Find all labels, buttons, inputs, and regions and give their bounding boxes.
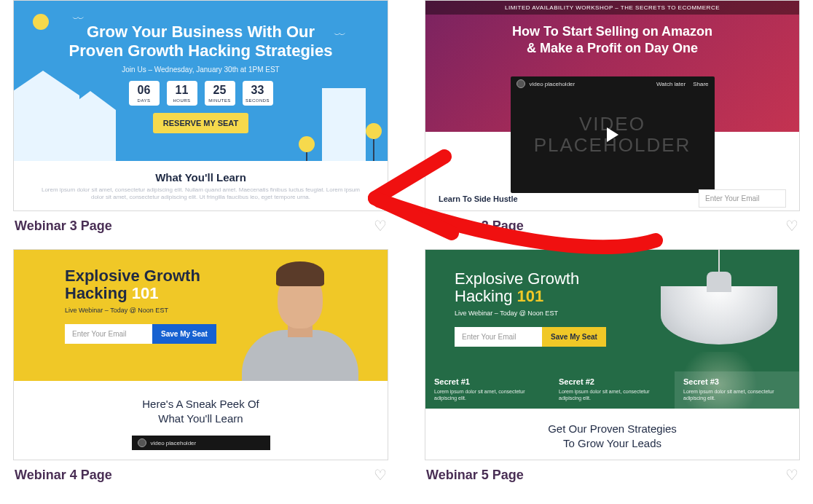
sun-icon — [33, 14, 49, 30]
countdown-segment: 33 SECONDS — [243, 81, 273, 106]
secret-item: Secret #1 Lorem ipsum dolor sit amet, co… — [425, 371, 550, 409]
card-title: Webinar 3 Page — [15, 218, 112, 234]
watch-later-icon[interactable]: Watch later — [656, 81, 686, 87]
play-icon[interactable] — [607, 127, 618, 142]
person-photo — [242, 257, 358, 381]
avatar-icon — [138, 438, 146, 447]
section-heading: Get Our Proven Strategies To Grow Your L… — [425, 422, 799, 450]
section-heading: Here's A Sneak Peek Of What You'll Learn — [14, 397, 388, 425]
template-card-webinar-5: Explosive Growth Hacking 101 Live Webina… — [425, 249, 800, 487]
save-seat-button[interactable]: Save My Seat — [542, 327, 606, 347]
favorite-icon[interactable]: ♡ — [374, 466, 387, 484]
secret-item: Secret #2 Lorem ipsum dolor sit amet, co… — [550, 371, 675, 409]
share-icon[interactable]: Share — [693, 81, 708, 87]
hero-headline: How To Start Selling on Amazon & Make a … — [425, 23, 799, 56]
favorite-icon[interactable]: ♡ — [785, 217, 798, 235]
bird-icon: ︶︶ — [72, 14, 82, 24]
building-icon — [65, 110, 116, 161]
video-placeholder[interactable]: video placeholder Watch later Share VIDE… — [511, 76, 715, 193]
template-thumb[interactable]: LIMITED AVAILABILITY WORKSHOP – THE SECR… — [425, 0, 800, 211]
avatar-icon — [517, 79, 525, 88]
tree-icon — [366, 123, 382, 139]
lamp-icon — [661, 250, 777, 344]
bird-icon: ︶︶ — [334, 30, 344, 40]
email-field[interactable]: Enter Your Email — [699, 189, 786, 208]
countdown-segment: 25 MINUTES — [205, 81, 235, 106]
countdown-segment: 11 HOURS — [167, 81, 197, 106]
favorite-icon[interactable]: ♡ — [785, 466, 798, 484]
section-text: Lorem ipsum dolor sit amet, consectetur … — [14, 186, 388, 202]
reserve-button[interactable]: RESERVE MY SEAT — [153, 113, 248, 133]
favorite-icon[interactable]: ♡ — [374, 217, 387, 235]
secret-item: Secret #3 Lorem ipsum dolor sit amet, co… — [675, 371, 799, 409]
hero-headline: Grow Your Business With Our Proven Growt… — [14, 1, 388, 61]
building-icon — [322, 88, 366, 161]
template-card-webinar-2: LIMITED AVAILABILITY WORKSHOP – THE SECR… — [425, 0, 800, 237]
save-seat-button[interactable]: Save My Seat — [152, 324, 216, 344]
card-title: Webinar 4 Page — [15, 468, 112, 483]
bird-icon: ︶︶ — [297, 52, 307, 62]
tree-icon — [299, 136, 315, 152]
template-thumb[interactable]: Explosive Growth Hacking 101 Live Webina… — [13, 249, 388, 460]
side-heading: Learn To Side Hustle — [439, 194, 518, 203]
video-text: VIDEO PLACEHOLDER — [534, 114, 691, 155]
email-field[interactable]: Enter Your Email — [65, 324, 152, 344]
video-label: video placeholder — [530, 81, 576, 87]
countdown-segment: 06 DAYS — [129, 81, 160, 106]
secrets-row: Secret #1 Lorem ipsum dolor sit amet, co… — [425, 371, 799, 409]
template-card-webinar-4: Explosive Growth Hacking 101 Live Webina… — [13, 249, 388, 487]
card-title: Webinar 5 Page — [426, 468, 524, 483]
top-announcement: LIMITED AVAILABILITY WORKSHOP – THE SECR… — [425, 1, 799, 15]
template-card-webinar-3: ︶︶ ︶︶ ︶︶ Grow Your Business With Our Pro… — [13, 0, 388, 237]
video-placeholder[interactable]: video placeholder — [132, 436, 270, 450]
section-heading: What You'll Learn — [14, 171, 388, 184]
email-field[interactable]: Enter Your Email — [455, 327, 542, 347]
template-thumb[interactable]: Explosive Growth Hacking 101 Live Webina… — [425, 249, 800, 460]
card-title: Webinar 2 Page — [426, 218, 524, 234]
template-thumb[interactable]: ︶︶ ︶︶ ︶︶ Grow Your Business With Our Pro… — [13, 0, 388, 211]
